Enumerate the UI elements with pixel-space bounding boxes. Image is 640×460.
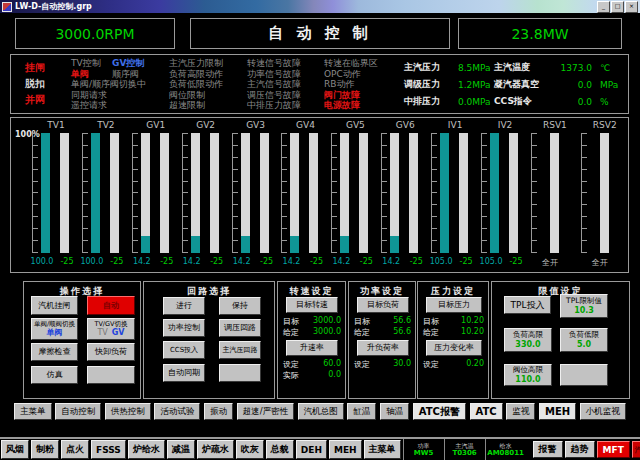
meh-button[interactable]: MEH bbox=[539, 403, 576, 420]
cylinder-temp-button[interactable]: 缸温 bbox=[347, 403, 376, 420]
blank-button[interactable] bbox=[87, 366, 135, 384]
mft-button[interactable]: MFT bbox=[597, 441, 630, 458]
valve-mode-switch-button[interactable]: 单阀/顺阀切换单阀 bbox=[31, 318, 78, 340]
valve-reference-value: -25 bbox=[456, 257, 476, 266]
pressure-readout-column: 主汽压力8.5MPa调级压力1.2MPa中排压力0.0MPa bbox=[404, 59, 491, 110]
friction-check-button[interactable]: 摩擦检查 bbox=[31, 343, 78, 361]
load-high-limit-button[interactable]: 负荷高限330.0 bbox=[504, 328, 552, 352]
taskbar-status-cells: 功率MW5主汽温T0306给水AM08011 bbox=[403, 439, 526, 460]
tab-ignition[interactable]: 点火 bbox=[61, 440, 89, 459]
mode-flag: 单阀 bbox=[71, 69, 112, 80]
tab-pulverizing[interactable]: 制粉 bbox=[31, 440, 59, 459]
speed-rate-button[interactable]: 升速率 bbox=[286, 340, 338, 356]
pressure-loop-button[interactable]: 调压回路 bbox=[219, 319, 261, 337]
load-low-limit-button[interactable]: 负荷低限5.0 bbox=[560, 328, 608, 352]
atc-button[interactable]: ATC bbox=[470, 403, 503, 420]
shaft-temp-button[interactable]: 轴温 bbox=[380, 403, 409, 420]
valve-reference-bar bbox=[459, 133, 468, 253]
alarm-button[interactable]: 报警 bbox=[533, 441, 563, 458]
blank-button[interactable] bbox=[219, 364, 261, 382]
heat-supply-control-button[interactable]: 供热控制 bbox=[105, 403, 151, 420]
tpl-engage-button[interactable]: TPL投入 bbox=[504, 296, 551, 314]
load-rate-button[interactable]: 升负荷率 bbox=[357, 340, 409, 356]
simulation-button[interactable]: 仿真 bbox=[31, 366, 78, 384]
feedwater-point-cell[interactable]: 给水AM08011 bbox=[485, 439, 526, 460]
small-turbine-monitor-button[interactable]: 小机监视 bbox=[580, 403, 626, 420]
activity-test-button[interactable]: 活动试验 bbox=[154, 403, 200, 420]
status-panel: 挂闸脱扣并网 TV控制GV控制单阀顺序阀单阀/顺序阀切换中同期请求遥控请求 主汽… bbox=[10, 54, 629, 114]
valve-position-high-limit-button[interactable]: 阀位高限110.0 bbox=[504, 364, 552, 386]
main-steam-pressure-loop-button[interactable]: 主汽压回路 bbox=[219, 341, 261, 359]
target-load-button[interactable]: 目标负荷 bbox=[357, 297, 409, 313]
tab-boiler-feedwater[interactable]: 炉给水 bbox=[128, 440, 165, 459]
proceed-button[interactable]: 进行 bbox=[163, 297, 205, 315]
mode-flag: 遥控请求 bbox=[71, 100, 107, 111]
main-steam-temp-point-cell[interactable]: 主汽温T0306 bbox=[444, 439, 485, 460]
ccs-engage-button[interactable]: CCS投入 bbox=[163, 341, 205, 359]
tpl-limit-value-button[interactable]: TPL限制值10.3 bbox=[560, 294, 608, 318]
row-label: 目标 bbox=[354, 316, 370, 327]
pressure-target-row: 目标 10.20 bbox=[423, 316, 484, 327]
tab-main-menu[interactable]: 主菜单 bbox=[364, 440, 401, 459]
tv-gv-switch-button[interactable]: TV/GV切换TVGV bbox=[87, 318, 135, 340]
tab-sootblowing[interactable]: 吹灰 bbox=[236, 440, 264, 459]
tab-air-flue[interactable]: 风烟 bbox=[1, 440, 29, 459]
limit-value: 110.0 bbox=[515, 375, 540, 384]
app-icon bbox=[2, 2, 12, 12]
tab-overview[interactable]: 总貌 bbox=[266, 440, 294, 459]
main-menu-button[interactable]: 主菜单 bbox=[14, 403, 52, 420]
readout-label: 中排压力 bbox=[404, 95, 458, 108]
turbine-overview-button[interactable]: 汽机总图 bbox=[298, 403, 344, 420]
valve-scale-ticks bbox=[431, 133, 437, 253]
atc-alarm-button[interactable]: ATC报警 bbox=[413, 403, 466, 420]
turbine-trip-button[interactable]: 汽机跳闸 bbox=[632, 441, 640, 458]
window-controls: _□× bbox=[597, 1, 638, 13]
monitor-button[interactable]: 监视 bbox=[506, 403, 535, 420]
trend-button[interactable]: 趋势 bbox=[565, 441, 595, 458]
pressure-readout: 调级压力1.2MPa bbox=[404, 76, 491, 93]
pressure-rate-button[interactable]: 压力变化率 bbox=[426, 340, 482, 356]
blank-button[interactable] bbox=[560, 364, 608, 386]
row-label: 给定 bbox=[354, 327, 370, 338]
valve-position-bar bbox=[390, 133, 399, 253]
valve-reference-value: -25 bbox=[157, 257, 177, 266]
auto-button[interactable]: 自动 bbox=[87, 296, 135, 315]
limit-flag: 阀位限制 bbox=[169, 90, 223, 101]
target-speed-button[interactable]: 目标转速 bbox=[286, 297, 338, 313]
alarm-flag: 阀门故障 bbox=[324, 90, 378, 101]
mode-part: GV bbox=[112, 328, 125, 337]
pressure-setpoint-row: 给定 10.20 bbox=[423, 327, 484, 338]
limit-value: 10.3 bbox=[574, 306, 594, 315]
overspeed-tightness-button[interactable]: 超速/严密性 bbox=[237, 403, 294, 420]
valve-reference-value: -25 bbox=[406, 257, 426, 266]
turbine-latch-button[interactable]: 汽机挂闸 bbox=[31, 296, 78, 315]
generator-power-readout: 23.8MW bbox=[458, 18, 622, 49]
target-pressure-button[interactable]: 目标压力 bbox=[426, 297, 482, 313]
mode-row: 同期请求 bbox=[71, 90, 146, 101]
valve-reference-bar bbox=[60, 133, 69, 253]
limit-flag: 负荷高限动作 bbox=[169, 69, 223, 80]
fast-unload-button[interactable]: 快卸负荷 bbox=[87, 343, 135, 361]
vibration-button[interactable]: 振动 bbox=[204, 403, 233, 420]
minimize-button[interactable]: _ bbox=[597, 1, 610, 13]
valve-scale-ticks bbox=[32, 133, 38, 253]
power-point-cell[interactable]: 功率MW5 bbox=[403, 439, 444, 460]
auto-control-button[interactable]: 自动控制 bbox=[55, 403, 101, 420]
system-taskbar: 风烟制粉点火FSSS炉给水减温炉疏水吹灰总貌DEHMEH主菜单 功率MW5主汽温… bbox=[0, 439, 640, 460]
valve-label: RSV2 bbox=[586, 120, 624, 130]
power-control-button[interactable]: 功率控制 bbox=[163, 319, 205, 337]
close-button[interactable]: × bbox=[625, 1, 638, 13]
readout-value: 8.5MPa bbox=[458, 63, 491, 73]
power-setting-panel: 功率设定 目标负荷 目标 56.6 给定 56.6 升负荷率 设定 30.0 bbox=[348, 281, 416, 399]
valve-position-fill bbox=[290, 236, 299, 253]
tab-boiler-drain[interactable]: 炉疏水 bbox=[197, 440, 234, 459]
tab-deh[interactable]: DEH bbox=[296, 440, 327, 459]
tab-fsss[interactable]: FSSS bbox=[91, 440, 126, 459]
hold-button[interactable]: 保持 bbox=[219, 297, 261, 315]
speed-setting-panel: 转速设定 目标转速 目标 3000.0 给定 3000.0 升速率 设定 60.… bbox=[277, 281, 346, 399]
limit-flag: 主汽压力限制 bbox=[169, 58, 223, 69]
restore-button[interactable]: □ bbox=[611, 1, 624, 13]
auto-sync-button[interactable]: 自动同期 bbox=[163, 364, 205, 382]
tab-desuperheat[interactable]: 减温 bbox=[167, 440, 195, 459]
tab-meh[interactable]: MEH bbox=[329, 440, 362, 459]
